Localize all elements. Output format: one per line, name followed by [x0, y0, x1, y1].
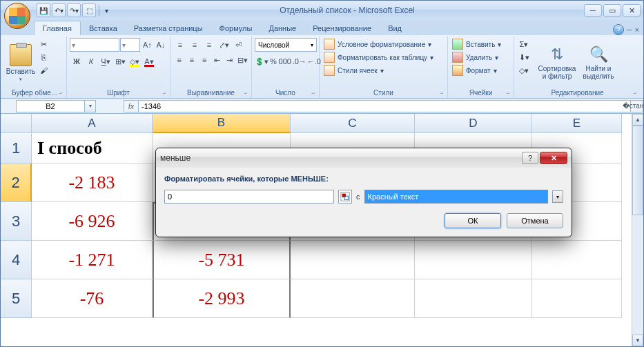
currency-icon[interactable]: 💲▾ [255, 54, 269, 68]
align-bottom-icon[interactable]: ≡ [202, 38, 216, 52]
cell-C4[interactable] [291, 241, 415, 279]
cell-A2[interactable]: -2 183 [32, 163, 153, 202]
align-top-icon[interactable]: ≡ [173, 38, 187, 52]
delete-cells-button[interactable]: Удалить ▾ [451, 51, 502, 63]
office-button[interactable] [4, 3, 30, 29]
formula-input[interactable]: -1346 [139, 100, 631, 112]
ribbon-minimize-icon[interactable]: ─ [627, 26, 632, 34]
range-picker-icon[interactable] [338, 190, 352, 204]
threshold-input[interactable] [164, 190, 334, 204]
col-header-D[interactable]: D [415, 114, 532, 133]
find-select-button[interactable]: 🔍 Найти и выделить [579, 38, 618, 88]
ok-button[interactable]: ОК [445, 213, 501, 228]
maximize-button[interactable]: ▭ [603, 4, 621, 17]
cell-A1[interactable]: I способ [32, 133, 153, 163]
minimize-button[interactable]: ─ [584, 4, 602, 17]
cell-styles-button[interactable]: Стили ячеек ▾ [322, 64, 435, 77]
qat-save-icon[interactable]: 💾 [37, 3, 50, 17]
dialog-close-button[interactable]: ✕ [540, 152, 567, 164]
tab-formulas[interactable]: Формулы [211, 21, 261, 35]
vertical-scrollbar[interactable]: ▲ ▼ [632, 114, 643, 346]
wrap-text-icon[interactable]: ⏎ [231, 38, 245, 52]
paste-button[interactable]: Вставить ▾ [6, 38, 35, 88]
indent-inc-icon[interactable]: ⇥ [224, 53, 235, 67]
number-format-select[interactable]: Числовой▾ [255, 38, 317, 52]
clear-icon[interactable]: ◇▾ [517, 64, 531, 77]
close-button[interactable]: ✕ [623, 4, 641, 17]
tab-view[interactable]: Вид [380, 21, 410, 35]
select-all-corner[interactable] [1, 114, 32, 133]
orientation-icon[interactable]: ⤤▾ [217, 38, 231, 52]
tab-home[interactable]: Главная [34, 21, 81, 35]
align-right-icon[interactable]: ≡ [199, 53, 211, 67]
scroll-down-icon[interactable]: ▼ [632, 335, 643, 346]
cell-E5[interactable] [532, 279, 622, 318]
underline-button[interactable]: Ч▾ [99, 54, 113, 68]
fill-icon[interactable]: ⬇▾ [517, 51, 531, 63]
insert-cells-button[interactable]: Вставить ▾ [451, 38, 502, 50]
tab-data[interactable]: Данные [260, 21, 304, 35]
col-header-C[interactable]: C [291, 114, 415, 133]
border-icon[interactable]: ⊞▾ [113, 54, 127, 68]
copy-icon[interactable]: ⎘ [37, 51, 50, 63]
tab-review[interactable]: Рецензирование [304, 21, 380, 35]
scroll-thumb[interactable] [632, 126, 643, 215]
format-painter-icon[interactable]: 🖌 [37, 64, 50, 77]
autosum-icon[interactable]: Σ▾ [517, 38, 531, 50]
shrink-font-icon[interactable]: A↓ [155, 38, 167, 52]
font-color-icon[interactable]: A▾ [142, 54, 156, 68]
italic-button[interactable]: К [84, 54, 98, 68]
percent-icon[interactable]: % [269, 54, 277, 68]
format-cells-button[interactable]: Формат ▾ [451, 64, 502, 77]
cell-A5[interactable]: -76 [32, 279, 153, 318]
align-center-icon[interactable]: ≡ [186, 53, 197, 67]
row-header-5[interactable]: 5 [1, 279, 32, 318]
dec-decimal-icon[interactable]: ←.0 [307, 54, 321, 68]
name-box[interactable]: B2 [16, 100, 85, 112]
row-header-4[interactable]: 4 [1, 241, 32, 279]
name-box-dropdown-icon[interactable]: ▾ [85, 100, 96, 112]
ribbon-close-icon[interactable]: × [635, 26, 639, 34]
cell-D4[interactable] [415, 241, 532, 279]
format-as-table-button[interactable]: Форматировать как таблицу ▾ [322, 51, 435, 63]
cell-B5[interactable]: -2 993 [153, 279, 291, 318]
row-header-3[interactable]: 3 [1, 202, 32, 241]
fill-color-icon[interactable]: ◇▾ [128, 54, 142, 68]
formula-expand-icon[interactable]: �станов [631, 100, 643, 112]
scroll-up-icon[interactable]: ▲ [632, 114, 643, 126]
dialog-titlebar[interactable]: меньше ? ✕ [156, 148, 572, 168]
bold-button[interactable]: Ж [70, 54, 84, 68]
tab-insert[interactable]: Вставка [81, 21, 126, 35]
comma-icon[interactable]: 000 [278, 54, 292, 68]
cell-A3[interactable]: -6 926 [32, 202, 153, 241]
cancel-button[interactable]: Отмена [507, 213, 563, 228]
qat-undo-icon[interactable]: ↶▾ [52, 3, 66, 17]
qat-redo-icon[interactable]: ↷▾ [67, 3, 81, 17]
dialog-help-button[interactable]: ? [522, 152, 538, 164]
format-select[interactable]: Красный текст [364, 190, 549, 204]
format-select-arrow-icon[interactable]: ▾ [552, 190, 563, 203]
fx-button[interactable]: fx [124, 100, 139, 112]
qat-print-icon[interactable]: ⬚ [82, 3, 96, 17]
inc-decimal-icon[interactable]: .0→ [293, 54, 306, 68]
row-header-2[interactable]: 2 [1, 163, 32, 202]
font-size-select[interactable]: ▾ [120, 38, 141, 52]
qat-customize-icon[interactable]: ▾ [102, 3, 110, 17]
col-header-B[interactable]: B [153, 114, 291, 133]
cell-A4[interactable]: -1 271 [32, 241, 153, 279]
tab-layout[interactable]: Разметка страницы [126, 21, 211, 35]
cell-E4[interactable] [532, 241, 622, 279]
align-middle-icon[interactable]: ≡ [188, 38, 202, 52]
cell-D5[interactable] [415, 279, 532, 318]
merge-icon[interactable]: ⊟▾ [237, 53, 248, 67]
grow-font-icon[interactable]: A↑ [141, 38, 153, 52]
col-header-E[interactable]: E [532, 114, 622, 133]
help-icon[interactable]: ? [613, 24, 624, 35]
col-header-A[interactable]: A [32, 114, 153, 133]
indent-dec-icon[interactable]: ⇤ [211, 53, 223, 67]
cell-C5[interactable] [291, 279, 415, 318]
sort-filter-button[interactable]: ⇅ Сортировка и фильтр [536, 38, 578, 88]
conditional-format-button[interactable]: Условное форматирование ▾ [322, 38, 435, 50]
font-name-select[interactable]: ▾ [70, 38, 119, 52]
cell-B4[interactable]: -5 731 [153, 241, 291, 279]
